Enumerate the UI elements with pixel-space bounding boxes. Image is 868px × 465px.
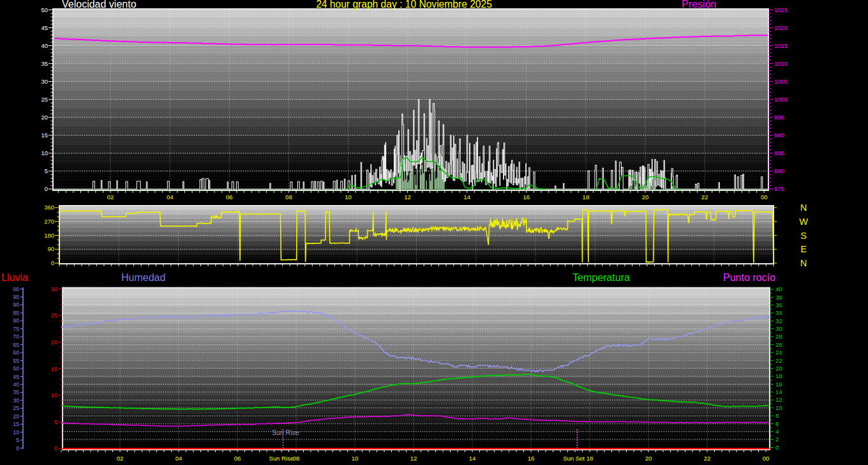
svg-text:20: 20 [13,413,20,420]
svg-text:15: 15 [50,365,57,372]
svg-text:22: 22 [701,194,708,201]
svg-text:980: 980 [774,167,784,174]
svg-text:08: 08 [285,194,292,201]
svg-text:Humedad: Humedad [121,272,165,283]
svg-text:975: 975 [774,185,784,192]
svg-text:Sun Rise: Sun Rise [272,429,299,436]
svg-text:8: 8 [775,412,779,419]
svg-text:1025: 1025 [774,6,788,13]
svg-text:28: 28 [775,333,782,340]
svg-text:70: 70 [13,333,20,340]
svg-text:85: 85 [13,310,20,316]
svg-text:20: 20 [775,365,782,372]
svg-text:95: 95 [13,294,20,300]
svg-text:04: 04 [167,194,174,201]
svg-text:00: 00 [763,455,770,462]
svg-text:00: 00 [13,286,20,293]
svg-text:360: 360 [44,204,54,211]
svg-text:22: 22 [775,357,782,364]
svg-text:Sun Set: Sun Set [563,455,585,462]
svg-text:14: 14 [775,388,782,395]
svg-text:1010: 1010 [774,60,788,67]
svg-text:N: N [800,258,807,268]
svg-text:10: 10 [50,392,57,399]
svg-text:25: 25 [13,405,20,411]
svg-text:50: 50 [13,365,20,372]
svg-text:14: 14 [463,194,470,201]
svg-text:22: 22 [704,455,711,462]
svg-text:00: 00 [761,194,768,201]
svg-text:Sun Rise: Sun Rise [269,455,294,462]
svg-text:10: 10 [13,429,20,436]
svg-text:15: 15 [41,132,48,139]
svg-text:02: 02 [117,455,124,462]
svg-text:08: 08 [293,455,300,462]
svg-text:30: 30 [41,78,48,85]
svg-text:0: 0 [45,185,48,192]
svg-text:12: 12 [404,194,411,201]
svg-text:02: 02 [107,194,114,201]
svg-text:18: 18 [583,194,590,201]
svg-text:55: 55 [13,358,20,364]
svg-text:S: S [800,231,807,241]
svg-text:24 hour graph day : 10 Noviemb: 24 hour graph day : 10 Noviembre 2025 [316,0,492,10]
svg-text:80: 80 [13,317,20,324]
svg-text:18: 18 [587,455,594,462]
svg-text:06: 06 [226,194,233,201]
svg-text:38: 38 [775,294,782,301]
svg-text:16: 16 [775,381,782,388]
svg-text:995: 995 [774,114,784,121]
svg-text:35: 35 [13,389,20,395]
svg-text:N: N [800,202,807,213]
svg-text:10: 10 [41,149,48,156]
svg-text:40: 40 [13,381,20,388]
svg-text:1015: 1015 [774,42,788,49]
svg-text:20: 20 [50,339,57,346]
svg-text:10: 10 [352,455,359,462]
svg-text:5: 5 [54,418,57,425]
svg-text:90: 90 [47,245,54,252]
svg-text:Presión: Presión [682,0,716,10]
svg-text:1020: 1020 [774,24,788,31]
svg-text:40: 40 [41,42,48,49]
svg-text:12: 12 [775,396,782,403]
svg-text:18: 18 [775,372,782,379]
svg-text:20: 20 [645,455,652,462]
svg-text:20: 20 [642,194,649,201]
svg-text:04: 04 [176,455,183,462]
svg-text:990: 990 [774,132,784,139]
svg-text:14: 14 [469,455,476,462]
svg-text:Velocidad viento: Velocidad viento [62,0,137,10]
svg-text:26: 26 [775,341,782,348]
svg-text:0: 0 [51,259,54,266]
svg-text:15: 15 [13,421,20,427]
svg-text:Lluvia: Lluvia [1,272,28,283]
svg-text:06: 06 [234,455,241,462]
svg-text:45: 45 [13,374,20,380]
svg-text:36: 36 [775,301,782,309]
svg-text:25: 25 [41,96,48,103]
svg-text:E: E [800,244,807,254]
svg-text:W: W [799,217,808,227]
svg-text:0: 0 [775,444,779,451]
svg-text:75: 75 [13,326,20,332]
svg-text:1000: 1000 [774,96,788,103]
svg-text:4: 4 [775,428,779,435]
svg-text:35: 35 [41,60,48,67]
svg-text:34: 34 [775,309,782,316]
svg-text:30: 30 [50,286,57,293]
svg-text:60: 60 [13,349,20,356]
svg-text:10: 10 [775,404,782,411]
svg-text:20: 20 [41,114,48,121]
svg-text:65: 65 [13,342,20,348]
svg-text:30: 30 [775,325,782,332]
svg-text:180: 180 [44,232,54,239]
svg-text:5: 5 [16,437,19,443]
svg-text:45: 45 [41,24,48,31]
svg-text:90: 90 [13,301,20,308]
svg-text:40: 40 [775,286,782,293]
svg-text:6: 6 [775,420,779,427]
svg-text:Punto rocío: Punto rocío [723,272,775,283]
svg-text:50: 50 [41,6,48,13]
svg-text:16: 16 [523,194,530,201]
